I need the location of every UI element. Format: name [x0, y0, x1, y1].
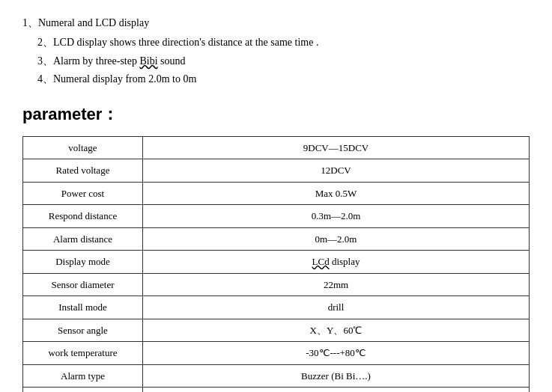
intro-item-2: 2、LCD display shows three direction's di…: [37, 34, 530, 51]
table-row: voltage9DCV—15DCV: [23, 136, 530, 159]
table-cell-value: 9DCV—15DCV: [143, 136, 530, 159]
table-cell-value: LCd display: [143, 251, 530, 274]
table-cell-value: 12DCV: [143, 159, 530, 183]
table-cell-value: 0m—2.0m: [143, 227, 530, 251]
table-cell-value: Max 0.5W: [143, 182, 530, 205]
intro-item-3-pre: 3、Alarm by three-step: [37, 55, 139, 67]
table-row: Display modeLCd display: [23, 251, 530, 274]
table-cell-label: Power cost: [23, 182, 143, 205]
table-cell-label: Sensor angle: [23, 319, 143, 342]
table-row: Rated voltage12DCV: [23, 159, 530, 183]
intro-item-1: 1、Numeral and LCD display: [22, 15, 530, 31]
table-cell-label: Sensor diameter: [23, 273, 143, 296]
table-cell-value: drill: [143, 296, 530, 319]
intro-list: 1、Numeral and LCD display 2、LCD display …: [22, 15, 530, 88]
table-row: Sensor diameter22mm: [23, 273, 530, 296]
table-row: Respond distance0.3m—2.0m: [23, 205, 530, 228]
table-cell-label: Respond distance: [23, 205, 143, 228]
table-row: Install modedrill: [23, 296, 530, 319]
specs-table: voltage9DCV—15DCVRated voltage12DCVPower…: [22, 136, 530, 392]
intro-item-3: 3、Alarm by three-step Bibi sound: [37, 53, 530, 70]
table-cell-label: Alarm type: [23, 364, 143, 388]
table-cell-label: Rated voltage: [23, 159, 143, 183]
parameter-heading: parameter：: [22, 103, 530, 126]
table-cell-value: X、Y、60℃: [143, 319, 530, 342]
table-cell-value: Buzzer (Bi Bi….): [143, 364, 530, 388]
table-row: Sensor angleX、Y、60℃: [23, 319, 530, 342]
table-row: work temperature-30℃---+80℃: [23, 342, 530, 365]
table-cell-value: 22mm: [143, 273, 530, 296]
table-cell-label: Install mode: [23, 296, 143, 319]
table-cell-value: -30℃---+80℃: [143, 342, 530, 365]
intro-item-3-bibi: Bibi: [139, 55, 157, 67]
table-row: Alarm typeBuzzer (Bi Bi….): [23, 364, 530, 388]
table-row: Power costMax 0.5W: [23, 182, 530, 205]
table-cell-label: voltage: [23, 136, 143, 159]
table-cell-label: Alarm distance: [23, 227, 143, 251]
table-cell-label: work temperature: [23, 342, 143, 365]
table-row: Alarm distance0m—2.0m: [23, 227, 530, 251]
intro-item-3-post: sound: [158, 55, 186, 67]
table-cell-label: Display mode: [23, 251, 143, 274]
table-cell-value: 65dB: [143, 388, 530, 392]
table-cell-label: alarm volume: [23, 388, 143, 392]
table-cell-value: 0.3m—2.0m: [143, 205, 530, 228]
intro-item-4: 4、Numeral display from 2.0m to 0m: [37, 71, 530, 88]
table-row: alarm volume65dB: [23, 388, 530, 392]
